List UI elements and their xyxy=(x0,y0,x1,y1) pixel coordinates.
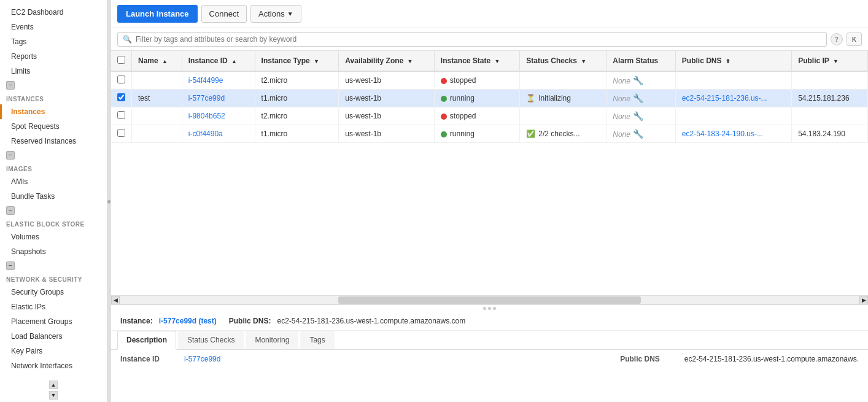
search-help-button[interactable]: ? xyxy=(831,33,843,45)
search-input[interactable] xyxy=(136,35,821,44)
sidebar-item-bundle-tasks[interactable]: Bundle Tasks xyxy=(0,189,107,204)
bottom-instance-name: test xyxy=(201,317,214,325)
sidebar-item-volumes[interactable]: Volumes xyxy=(0,230,107,244)
sidebar-item-security-groups[interactable]: Security Groups xyxy=(0,285,107,300)
bottom-tab-status-checks[interactable]: Status Checks xyxy=(178,331,244,349)
launch-instance-button[interactable]: Launch Instance xyxy=(117,5,198,23)
cell-alarm-status: None 🔧 xyxy=(606,107,676,125)
bottom-tab-tags[interactable]: Tags xyxy=(300,331,334,349)
sidebar-item-network-interfaces[interactable]: Network Interfaces xyxy=(0,358,107,373)
col-header-availability-zone[interactable]: Availability Zone ▼ xyxy=(339,51,434,71)
sidebar-scroll-up[interactable]: ▲ xyxy=(49,381,58,389)
cell-status-checks: ⏳Initializing xyxy=(520,90,606,107)
sidebar-item-elastic-ips[interactable]: Elastic IPs xyxy=(0,300,107,314)
col-checks-label: Status Checks xyxy=(526,56,577,65)
bottom-instance-id-link[interactable]: i-577ce99d (test) xyxy=(159,317,217,325)
sidebar-item-reports[interactable]: Reports xyxy=(0,49,107,64)
sidebar-item-load-balancers[interactable]: Load Balancers xyxy=(0,329,107,344)
col-header-name[interactable]: Name ▲ xyxy=(132,51,182,71)
resize-dot-3 xyxy=(493,307,496,310)
bottom-public-dns-label: Public DNS: xyxy=(229,317,271,325)
sidebar-item-amis[interactable]: AMIs xyxy=(0,174,107,189)
row-checkbox-row-4[interactable] xyxy=(117,129,125,137)
main-content: Launch Instance Connect Actions ▼ 🔍 ? K … xyxy=(111,0,868,402)
section-header-images-section: IMAGES xyxy=(0,162,107,174)
hscroll-left-arrow[interactable]: ◀ xyxy=(111,296,120,304)
table-row[interactable]: i-9804b652t2.microus-west-1bstoppedNone … xyxy=(111,107,868,125)
search-k-button[interactable]: K xyxy=(847,33,862,46)
cell-instance-state: stopped xyxy=(434,107,519,125)
alarm-wrench-icon[interactable]: 🔧 xyxy=(630,111,643,121)
cell-status-checks: ✅2/2 checks... xyxy=(520,125,606,143)
cell-public-ip xyxy=(792,71,868,90)
horizontal-scrollbar[interactable]: ◀ ▶ xyxy=(111,295,868,304)
resize-dots[interactable] xyxy=(111,305,868,312)
row-checkbox-row-3[interactable] xyxy=(117,111,125,119)
col-header-alarm-status[interactable]: Alarm Status xyxy=(606,51,676,71)
hscroll-handle[interactable] xyxy=(338,296,641,304)
sidebar-item-tags[interactable]: Tags xyxy=(0,34,107,49)
sidebar-scroll-down[interactable]: ▼ xyxy=(49,391,58,400)
hscroll-right-arrow[interactable]: ▶ xyxy=(859,296,868,304)
col-az-sort-icon: ▼ xyxy=(408,58,413,64)
table-row[interactable]: i-c0f4490at1.microus-west-1brunning✅2/2 … xyxy=(111,125,868,143)
actions-label: Actions xyxy=(258,9,285,18)
col-header-instance-type[interactable]: Instance Type ▼ xyxy=(255,51,339,71)
cell-alarm-status: None 🔧 xyxy=(606,71,676,90)
row-checkbox-row-2[interactable] xyxy=(117,93,125,101)
search-bar: 🔍 ? K xyxy=(111,28,868,51)
bottom-tab-monitoring[interactable]: Monitoring xyxy=(246,331,298,349)
sidebar-item-key-pairs[interactable]: Key Pairs xyxy=(0,344,107,358)
cell-instance-id[interactable]: i-577ce99d xyxy=(182,90,255,107)
col-name-label: Name xyxy=(138,56,158,65)
cell-public-dns: ec2-54-215-181-236.us-... xyxy=(675,90,791,107)
bottom-tab-description[interactable]: Description xyxy=(117,331,176,350)
table-row[interactable]: i-54f4499et2.microus-west-1bstoppedNone … xyxy=(111,71,868,90)
section-collapse-instances-section[interactable]: − xyxy=(6,81,15,90)
cell-name xyxy=(132,107,182,125)
select-all-header[interactable] xyxy=(111,51,132,71)
alarm-wrench-icon[interactable]: 🔧 xyxy=(630,93,643,103)
actions-dropdown-icon: ▼ xyxy=(287,10,293,17)
table-row[interactable]: testi-577ce99dt1.microus-west-1brunning⏳… xyxy=(111,90,868,107)
instance-label-text: Instance: xyxy=(120,317,153,325)
section-collapse-ebs-section[interactable]: − xyxy=(6,206,15,215)
select-all-checkbox[interactable] xyxy=(117,56,125,64)
sidebar-item-ec2-dashboard[interactable]: EC2 Dashboard xyxy=(0,5,107,20)
cell-instance-type: t1.micro xyxy=(255,90,339,107)
sidebar-item-events[interactable]: Events xyxy=(0,20,107,34)
cell-public-ip: 54.183.24.190 xyxy=(792,125,868,143)
alarm-wrench-icon[interactable]: 🔧 xyxy=(630,129,643,139)
table-header-row: Name ▲ Instance ID ▲ Instance Type ▼ Ava… xyxy=(111,51,868,71)
sidebar-item-spot-requests[interactable]: Spot Requests xyxy=(0,119,107,134)
col-header-public-ip[interactable]: Public IP ▼ xyxy=(792,51,868,71)
cell-public-dns xyxy=(675,107,791,125)
cell-availability-zone: us-west-1b xyxy=(339,107,434,125)
instances-table-container: Name ▲ Instance ID ▲ Instance Type ▼ Ava… xyxy=(111,51,868,295)
alarm-wrench-icon[interactable]: 🔧 xyxy=(630,75,643,85)
sidebar-item-reserved-instances[interactable]: Reserved Instances xyxy=(0,134,107,149)
col-instance-type-label: Instance Type xyxy=(262,56,310,65)
instances-table: Name ▲ Instance ID ▲ Instance Type ▼ Ava… xyxy=(111,51,868,143)
cell-instance-id[interactable]: i-54f4499e xyxy=(182,71,255,90)
instance-label: Instance: i-577ce99d (test) xyxy=(120,317,217,325)
col-header-instance-id[interactable]: Instance ID ▲ xyxy=(182,51,255,71)
section-collapse-network-section[interactable]: − xyxy=(6,261,15,270)
sidebar-item-placement-groups[interactable]: Placement Groups xyxy=(0,314,107,329)
cell-instance-id[interactable]: i-c0f4490a xyxy=(182,125,255,143)
toolbar: Launch Instance Connect Actions ▼ xyxy=(111,0,868,28)
cell-instance-type: t1.micro xyxy=(255,125,339,143)
cell-name xyxy=(132,125,182,143)
sidebar-item-limits[interactable]: Limits xyxy=(0,64,107,79)
section-collapse-images-section[interactable]: − xyxy=(6,151,15,160)
col-header-status-checks[interactable]: Status Checks ▼ xyxy=(520,51,606,71)
cell-instance-type: t2.micro xyxy=(255,107,339,125)
col-header-public-dns[interactable]: Public DNS ⬆ xyxy=(675,51,791,71)
row-checkbox-row-1[interactable] xyxy=(117,75,125,83)
cell-instance-id[interactable]: i-9804b652 xyxy=(182,107,255,125)
connect-button[interactable]: Connect xyxy=(201,5,247,23)
col-header-instance-state[interactable]: Instance State ▼ xyxy=(434,51,519,71)
sidebar-item-snapshots[interactable]: Snapshots xyxy=(0,244,107,259)
actions-button[interactable]: Actions ▼ xyxy=(250,5,301,23)
sidebar-item-instances[interactable]: Instances xyxy=(0,104,107,119)
